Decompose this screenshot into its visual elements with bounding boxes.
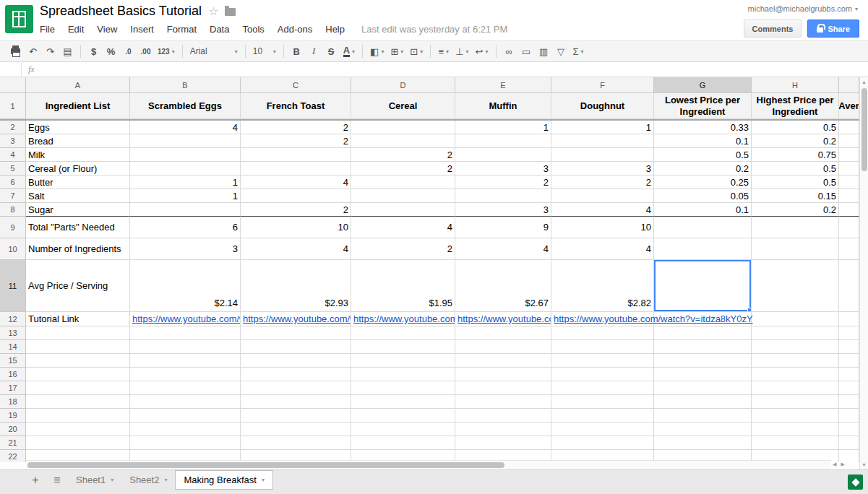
row-header-16[interactable]: 16 (0, 368, 26, 381)
move-folder-icon[interactable] (225, 8, 236, 16)
cell-I11[interactable] (839, 260, 859, 312)
vertical-scrollbar-thumb[interactable] (861, 88, 867, 171)
cell-F19[interactable] (551, 409, 654, 422)
cell-D2[interactable] (351, 121, 455, 134)
cell-H13[interactable] (752, 326, 839, 340)
cell-A7[interactable]: Salt (26, 189, 130, 203)
cell-H5[interactable]: 0.5 (752, 162, 839, 176)
cell-I1[interactable]: Aver (839, 93, 859, 119)
cell-B9[interactable]: 6 (130, 217, 241, 238)
vertical-scrollbar[interactable]: ▲ ▼ (859, 77, 868, 469)
cell-I16[interactable] (839, 368, 859, 381)
all-sheets-button[interactable]: ≡ (46, 470, 68, 490)
cell-H17[interactable] (752, 381, 839, 395)
row-header-18[interactable]: 18 (0, 395, 26, 409)
tab-making-breakfast[interactable]: Making Breakfast ▾ (175, 470, 272, 490)
vertical-align-button[interactable]: ⊥▾ (452, 43, 471, 59)
cell-E20[interactable] (455, 422, 551, 436)
row-header-9[interactable]: 9 (0, 217, 26, 238)
column-header-H[interactable]: H (752, 77, 839, 93)
cell-E1[interactable]: Muffin (455, 93, 551, 119)
select-all-corner[interactable] (0, 77, 26, 93)
scroll-down-icon[interactable]: ▼ (861, 460, 867, 469)
column-header-F[interactable]: F (551, 77, 654, 93)
cell-F5[interactable]: 3 (551, 162, 654, 176)
cell-H10[interactable] (752, 238, 839, 260)
row-header-13[interactable]: 13 (0, 326, 26, 340)
cell-B18[interactable] (130, 395, 241, 409)
row-header-3[interactable]: 3 (0, 134, 26, 148)
percent-format-button[interactable]: % (103, 43, 119, 59)
row-header-2[interactable]: 2 (0, 121, 26, 134)
cell-I15[interactable] (839, 354, 859, 368)
tab-sheet1[interactable]: Sheet1 ▾ (68, 470, 121, 490)
cell-D7[interactable] (351, 189, 455, 203)
cell-G4[interactable]: 0.5 (654, 148, 752, 162)
cell-G6[interactable]: 0.25 (654, 176, 752, 189)
cell-C9[interactable]: 10 (241, 217, 351, 238)
cell-I20[interactable] (839, 422, 859, 436)
row-header-11[interactable]: 11 (0, 260, 26, 312)
cell-H4[interactable]: 0.75 (752, 148, 839, 162)
cell-D18[interactable] (351, 395, 455, 409)
cell-A16[interactable] (26, 368, 130, 381)
cell-A18[interactable] (26, 395, 130, 409)
cell-D16[interactable] (351, 368, 455, 381)
cell-A8[interactable]: Sugar (26, 203, 130, 217)
cell-C17[interactable] (241, 381, 351, 395)
cell-D11[interactable]: $1.95 (351, 260, 455, 312)
cell-I19[interactable] (839, 409, 859, 422)
row-header-8[interactable]: 8 (0, 203, 26, 217)
cell-B11[interactable]: $2.14 (130, 260, 241, 312)
cell-G11[interactable] (654, 260, 752, 312)
column-header-E[interactable]: E (455, 77, 551, 93)
undo-button[interactable]: ↶ (25, 43, 41, 59)
cell-D9[interactable]: 4 (351, 217, 455, 238)
cell-H12[interactable] (752, 312, 839, 326)
cell-B4[interactable] (130, 148, 241, 162)
cell-F7[interactable] (551, 189, 654, 203)
cell-I9[interactable] (839, 217, 859, 238)
cell-H21[interactable] (752, 436, 839, 450)
column-header-partial[interactable] (839, 77, 859, 93)
cell-I17[interactable] (839, 381, 859, 395)
cell-D12[interactable]: https://www.youtube.com/w (351, 312, 455, 326)
sheets-logo[interactable] (5, 5, 33, 33)
paint-format-button[interactable]: ▤ (59, 43, 76, 59)
cell-A6[interactable]: Butter (26, 176, 130, 189)
cell-C20[interactable] (241, 422, 351, 436)
currency-format-button[interactable]: $ (85, 43, 102, 59)
cell-I21[interactable] (839, 436, 859, 450)
cell-F13[interactable] (551, 326, 654, 340)
cell-B13[interactable] (130, 326, 241, 340)
cell-D5[interactable]: 2 (351, 162, 455, 176)
cell-F1[interactable]: Doughnut (551, 93, 654, 119)
menu-view[interactable]: View (90, 22, 124, 36)
cell-I8[interactable] (839, 203, 859, 217)
insert-link-button[interactable]: ∞ (501, 43, 517, 59)
cell-G9[interactable] (654, 217, 752, 238)
cell-C8[interactable]: 2 (241, 203, 351, 217)
doc-title[interactable]: Spreadsheet Basics Tutorial (40, 4, 202, 19)
cell-F11[interactable]: $2.82 (551, 260, 654, 312)
print-button[interactable] (7, 43, 24, 59)
insert-chart-button[interactable]: ▥ (536, 43, 552, 59)
cell-A12[interactable]: Tutorial Link (26, 312, 130, 326)
cell-C4[interactable] (241, 148, 351, 162)
horizontal-scrollbar-thumb[interactable] (27, 462, 504, 468)
cell-G21[interactable] (654, 436, 752, 450)
explore-button[interactable] (848, 474, 863, 490)
menu-help[interactable]: Help (319, 22, 351, 36)
cell-C10[interactable]: 4 (241, 238, 351, 260)
cell-F6[interactable]: 2 (551, 176, 654, 189)
row-header-1[interactable]: 1 (0, 93, 26, 119)
cell-C16[interactable] (241, 368, 351, 381)
cell-E13[interactable] (455, 326, 551, 340)
row-header-5[interactable]: 5 (0, 162, 26, 176)
cell-A15[interactable] (26, 354, 130, 368)
cell-I10[interactable] (839, 238, 859, 260)
cell-F4[interactable] (551, 148, 654, 162)
cell-A19[interactable] (26, 409, 130, 422)
cell-B3[interactable] (130, 134, 241, 148)
cell-B15[interactable] (130, 354, 241, 368)
